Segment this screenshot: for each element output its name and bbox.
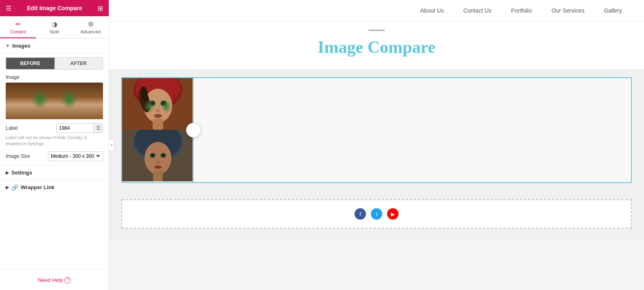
svg-point-24: [162, 155, 164, 156]
content-tab-label: Content: [10, 29, 26, 34]
svg-point-10: [137, 87, 153, 113]
bottom-section: f t ▶: [109, 191, 644, 240]
before-photo-top: [122, 78, 193, 130]
svg-point-9: [163, 102, 164, 104]
svg-point-18: [145, 142, 171, 174]
help-icon: ?: [64, 277, 71, 283]
sidebar-title: Edit Image Compare: [27, 5, 82, 11]
label-input-wrap: ☰: [56, 123, 103, 133]
before-after-toggle: BEFORE AFTER: [6, 57, 103, 70]
social-icons: f t ▶: [355, 208, 399, 220]
link-icon: 🔗: [11, 184, 18, 191]
main-content: About Us Contact Us Portfolio Our Servic…: [109, 0, 644, 290]
sidebar-footer: Need Help ?: [0, 269, 109, 290]
need-help-link[interactable]: Need Help ?: [38, 277, 71, 283]
nav-about-us[interactable]: About Us: [411, 0, 454, 21]
sidebar-content: ▼ Images BEFORE AFTER Image Label: [0, 39, 109, 269]
compare-section: [109, 69, 644, 191]
title-section: Image Compare: [109, 22, 644, 69]
svg-rect-14: [153, 119, 163, 130]
svg-point-3: [144, 89, 172, 123]
style-tab-icon: ◑: [52, 20, 57, 28]
images-section-body: BEFORE AFTER Image Label ☰: [0, 53, 109, 165]
svg-point-11: [140, 86, 149, 103]
image-preview[interactable]: [6, 83, 103, 119]
dashed-box: f t ▶: [121, 199, 632, 229]
label-field-label: Label: [6, 125, 18, 131]
need-help-label: Need Help: [38, 277, 63, 283]
image-size-label: Image Size: [6, 153, 30, 159]
svg-point-25: [156, 161, 160, 164]
facebook-icon[interactable]: f: [355, 208, 366, 220]
svg-point-21: [152, 155, 153, 156]
label-row: Label ☰: [6, 123, 103, 133]
wrapper-link-arrow: ▶: [6, 185, 9, 190]
images-collapse-arrow: ▼: [6, 44, 10, 48]
svg-point-2: [136, 78, 180, 104]
svg-point-4: [149, 100, 156, 106]
preview-image: [6, 83, 103, 119]
nav-portfolio[interactable]: Portfolio: [501, 0, 541, 21]
compare-widget[interactable]: [121, 77, 632, 183]
images-section-header[interactable]: ▼ Images: [0, 39, 109, 53]
svg-rect-0: [122, 78, 193, 130]
advanced-tab-icon: ⚙: [88, 20, 94, 28]
sidebar-header: ☰ Edit Image Compare ⊞: [0, 0, 109, 16]
after-photo-bottom-svg: [122, 130, 193, 181]
svg-point-1: [134, 78, 182, 109]
svg-rect-27: [153, 170, 163, 181]
label-input[interactable]: [57, 124, 93, 133]
svg-point-13: [154, 114, 162, 118]
content-tab-icon: ✏: [15, 20, 21, 28]
settings-collapse-arrow: ▶: [6, 170, 9, 175]
tab-style[interactable]: ◑ Style: [36, 16, 72, 38]
settings-section-header[interactable]: ▶ Settings: [0, 165, 109, 180]
wrapper-link-label: Wrapper Link: [21, 184, 55, 190]
label-list-icon[interactable]: ☰: [93, 124, 103, 133]
advanced-tab-label: Advanced: [81, 29, 101, 34]
svg-point-12: [156, 109, 160, 112]
compare-before: [122, 78, 193, 182]
youtube-icon[interactable]: ▶: [387, 208, 399, 220]
nav-our-services[interactable]: Our Services: [542, 0, 594, 21]
compare-after: [193, 78, 631, 182]
label-hint-text: Label will not be shown if Hide Overlay …: [6, 135, 103, 147]
settings-section-label: Settings: [11, 170, 32, 176]
grid-icon[interactable]: ⊞: [98, 4, 103, 12]
hamburger-icon[interactable]: ☰: [6, 4, 11, 12]
before-button[interactable]: BEFORE: [6, 58, 55, 69]
image-size-row: Image Size Medium - 300 x 300: [6, 151, 103, 161]
twitter-icon[interactable]: t: [371, 208, 382, 220]
image-size-select[interactable]: Medium - 300 x 300: [48, 151, 103, 161]
images-section-label: Images: [12, 43, 31, 49]
svg-point-26: [154, 166, 162, 169]
nav-gallery[interactable]: Gallery: [594, 0, 632, 21]
svg-point-6: [151, 102, 153, 104]
after-button[interactable]: AFTER: [55, 58, 103, 69]
before-photo-bottom: [122, 130, 193, 181]
style-tab-label: Style: [49, 29, 59, 34]
tab-advanced[interactable]: ⚙ Advanced: [72, 16, 109, 38]
image-field-label: Image: [6, 74, 103, 80]
title-underline: [368, 30, 385, 31]
nav-contact-us[interactable]: Contact Us: [453, 0, 501, 21]
svg-point-8: [162, 101, 166, 105]
before-photo-top-svg: [122, 78, 193, 130]
page-title: Image Compare: [121, 37, 632, 57]
sidebar-tabs: ✏ Content ◑ Style ⚙ Advanced: [0, 16, 109, 39]
wrapper-link-section-header[interactable]: ▶ 🔗 Wrapper Link: [0, 180, 109, 195]
page-body: Image Compare: [109, 22, 644, 290]
tab-content[interactable]: ✏ Content: [0, 16, 36, 38]
svg-point-5: [150, 101, 154, 105]
top-nav: About Us Contact Us Portfolio Our Servic…: [109, 0, 644, 22]
slider-handle[interactable]: [186, 123, 201, 137]
svg-point-7: [160, 100, 167, 106]
sidebar-collapse-handle[interactable]: ‹: [109, 139, 115, 151]
sidebar: ☰ Edit Image Compare ⊞ ✏ Content ◑ Style…: [0, 0, 109, 290]
